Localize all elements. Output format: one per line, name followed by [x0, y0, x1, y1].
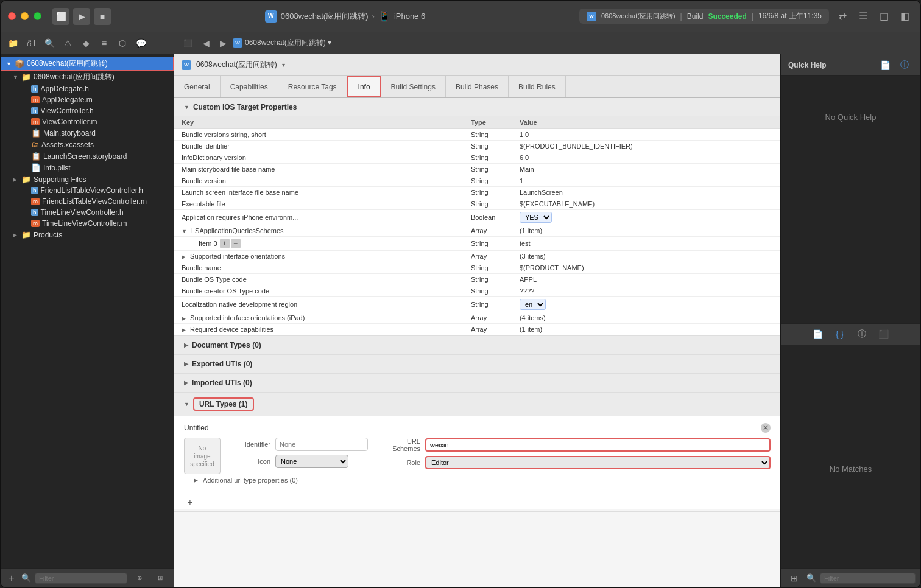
quick-help-button[interactable]: { } [831, 326, 849, 343]
navigator-toggle[interactable]: ☰ [855, 8, 872, 25]
sidebar-item-timeline-m[interactable]: ▶ m TimeLineViewController.m [1, 218, 174, 229]
info-content: ▼ Custom iOS Target Properties Key Type [174, 98, 780, 587]
key-label: Bundle version [182, 177, 226, 184]
boolean-value-select[interactable]: YES NO [520, 212, 552, 223]
prop-value: APPL [512, 274, 780, 285]
hierarchical-toggle[interactable]: ⊞ [152, 570, 169, 587]
debug-button[interactable]: ≡ [96, 35, 113, 52]
build-label: Build [687, 12, 704, 21]
sidebar-item-appdelegate-m[interactable]: ▶ m AppDelegate.m [1, 94, 174, 105]
identifier-input[interactable] [275, 438, 368, 451]
localization-select[interactable]: en [520, 299, 546, 310]
sidebar-item-info-plist[interactable]: ▶ 📄 Info.plist [1, 162, 174, 173]
icon-dropdown[interactable]: None [275, 455, 348, 468]
chevron-right-icon[interactable]: ▶ [182, 327, 186, 333]
document-types-section: ▶ Document Types (0) [174, 336, 780, 355]
tab-build-settings[interactable]: Build Settings [381, 76, 446, 97]
sidebar-item-target-folder[interactable]: ▼ 📁 0608wechat(应用间跳转) [1, 71, 174, 83]
search-button[interactable]: 🔍 [41, 35, 58, 52]
sidebar-item-project-root[interactable]: ▼ 📦 0608wechat(应用间跳转) [1, 57, 174, 71]
minimize-button[interactable] [21, 12, 29, 20]
remove-item-button[interactable]: − [231, 239, 241, 248]
sidebar-item-assets[interactable]: ▶ 🗂 Assets.xcassets [1, 139, 174, 150]
sidebar-item-appdelegate-h[interactable]: ▶ h AppDelegate.h [1, 83, 174, 94]
chevron-down-icon[interactable]: ▼ [182, 228, 187, 234]
add-file-button[interactable]: + [5, 572, 18, 584]
sidebar-toolbar: 📁 ⛙ 🔍 ⚠ ◆ ≡ ⬡ 💬 [1, 32, 174, 54]
add-item-button[interactable]: + [220, 239, 230, 248]
tab-general[interactable]: General [174, 76, 221, 97]
source-control-button[interactable]: ⛙ [23, 35, 40, 52]
url-types-section: ▼ URL Types (1) [174, 393, 780, 512]
prop-value: (3 items) [512, 251, 780, 262]
additional-url-props-row[interactable]: ▶ Additional url type properties (0) [184, 474, 771, 486]
grid-toggle-button[interactable]: ⊞ [786, 570, 803, 587]
report-button[interactable]: 💬 [132, 35, 149, 52]
sidebar-item-main-storyboard[interactable]: ▶ 📋 Main.storyboard [1, 127, 174, 139]
file-view-button[interactable]: 📄 [810, 326, 827, 343]
custom-ios-section-header[interactable]: ▼ Custom iOS Target Properties [174, 98, 780, 116]
key-label: Main storyboard file base name [182, 166, 275, 173]
sidebar-filter-input[interactable] [35, 573, 127, 584]
tab-build-rules[interactable]: Build Rules [509, 76, 566, 97]
tab-resource-tags[interactable]: Resource Tags [278, 76, 347, 97]
table-row: Localization native development region S… [174, 297, 780, 312]
filter-options-button[interactable]: ⊕ [131, 570, 148, 587]
chevron-right-icon[interactable]: ▶ [182, 315, 186, 321]
assets-icon: 🗂 [31, 140, 39, 149]
new-file-button[interactable]: 📄 [877, 57, 894, 74]
forward-button[interactable]: ▶ [216, 36, 230, 51]
project-icon-letter: W [268, 13, 273, 19]
sidebar-item-supporting-files[interactable]: ▶ 📁 Supporting Files [1, 173, 174, 185]
debug-area-toggle[interactable]: ◫ [875, 8, 892, 25]
url-type-close-button[interactable]: ✕ [761, 423, 771, 433]
chevron-right-icon[interactable]: ▶ [182, 254, 186, 260]
back-button[interactable]: ◀ [199, 36, 213, 51]
sidebar-item-friendlist-h[interactable]: ▶ h FriendListTableViewController.h [1, 185, 174, 196]
tab-capabilities[interactable]: Capabilities [221, 76, 278, 97]
sidebar-item-viewcontroller-m[interactable]: ▶ m ViewController.m [1, 116, 174, 127]
inspector-toggle[interactable]: ◧ [896, 8, 913, 25]
titlebar-project-name: 0608wechat(应用间跳转) [281, 11, 369, 22]
sidebar-item-friendlist-m[interactable]: ▶ m FriendListTableViewController.m [1, 196, 174, 207]
breakpoints-button[interactable]: ⬡ [114, 35, 131, 52]
add-url-type-button[interactable]: + [184, 497, 196, 509]
url-schemes-input[interactable] [425, 438, 771, 452]
bookmark-button[interactable]: ⬛ [875, 326, 892, 343]
scheme-selector-button[interactable]: ⇄ [834, 8, 851, 25]
document-types-header[interactable]: ▶ Document Types (0) [174, 336, 780, 354]
imported-utis-header[interactable]: ▶ Imported UTIs (0) [174, 374, 780, 392]
maximize-button[interactable] [34, 12, 41, 20]
tab-build-phases[interactable]: Build Phases [446, 76, 509, 97]
url-types-header[interactable]: ▼ URL Types (1) [174, 393, 780, 416]
toggle-navigator-button[interactable]: ⬛ [179, 35, 196, 52]
close-button[interactable] [8, 12, 16, 20]
nav-project-name[interactable]: 0608wechat(应用间跳转) ▾ [245, 38, 331, 48]
test-button[interactable]: ◆ [77, 35, 94, 52]
type-label: Array [471, 253, 487, 260]
sidebar-item-launchscreen[interactable]: ▶ 📋 LaunchScreen.storyboard [1, 150, 174, 162]
stop-button[interactable]: ■ [94, 8, 111, 25]
folder-view-button[interactable]: 📁 [4, 35, 21, 52]
sidebar-toggle-button[interactable]: ⬜ [52, 8, 69, 25]
target-name[interactable]: 0608wechat(应用间跳转) [196, 60, 277, 70]
right-panel-filter-input[interactable] [820, 573, 916, 584]
storyboard-icon: 📋 [31, 128, 41, 138]
tab-info[interactable]: Info [347, 76, 381, 97]
run-button[interactable]: ▶ [73, 8, 90, 25]
sidebar-item-timeline-h[interactable]: ▶ h TimeLineViewController.h [1, 207, 174, 218]
type-label: Array [471, 314, 487, 321]
sidebar-item-products[interactable]: ▶ 📁 Products [1, 229, 174, 240]
prop-key: Launch screen interface file base name [174, 187, 464, 198]
symbol-button[interactable]: ⓘ [853, 326, 870, 343]
role-dropdown[interactable]: Editor Viewer None [425, 456, 771, 469]
table-row: Executable file String $(EXECUTABLE_NAME… [174, 198, 780, 210]
sidebar-item-viewcontroller-h[interactable]: ▶ h ViewController.h [1, 105, 174, 116]
table-row: ▼ LSApplicationQueriesSchemes Array (1 i… [174, 225, 780, 237]
storyboard-icon: 📋 [31, 152, 41, 161]
m-file-icon: m [31, 198, 40, 205]
warning-button[interactable]: ⚠ [59, 35, 76, 52]
exported-utis-header[interactable]: ▶ Exported UTIs (0) [174, 355, 780, 373]
target-selector-bar: W 0608wechat(应用间跳转) ▾ [174, 54, 780, 76]
help-button[interactable]: ⓘ [896, 57, 913, 74]
